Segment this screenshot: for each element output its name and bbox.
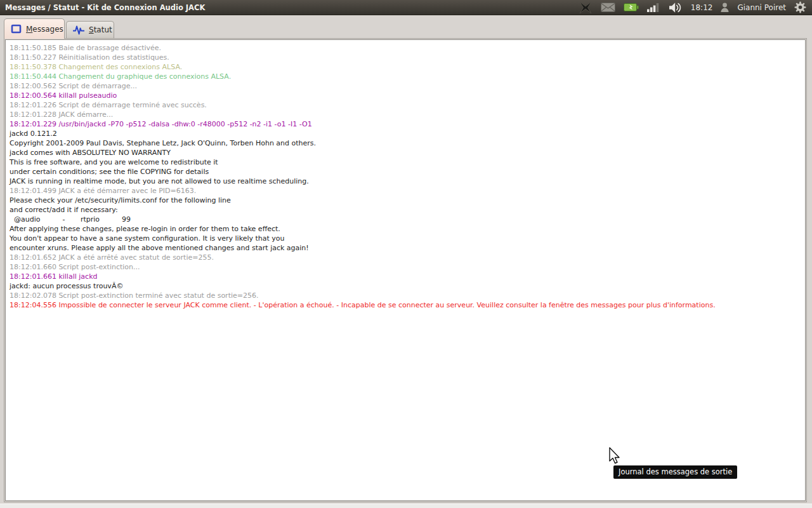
log-line: @audio - rtprio 99 xyxy=(10,215,801,224)
log-line: 18:11:50.185 Baie de brassage désactivée… xyxy=(10,43,801,53)
tab-statut[interactable]: Statut xyxy=(66,21,114,38)
tab-messages-label: Messages xyxy=(26,25,63,34)
log-line: You don't appear to have a sane system c… xyxy=(10,234,801,243)
log-line: 18:12:01.228 JACK démarre... xyxy=(10,110,801,119)
log-line: After applying these changes, please re-… xyxy=(10,224,801,234)
log-line: Please check your /etc/security/limits.c… xyxy=(10,196,801,205)
log-line: 18:12:01.226 Script de démarrage terminé… xyxy=(10,100,801,110)
signal-strength-icon[interactable] xyxy=(647,3,661,12)
tab-page-frame: 18:11:50.185 Baie de brassage désactivée… xyxy=(4,38,807,502)
log-line: jackd 0.121.2 xyxy=(10,129,801,138)
log-line: 18:12:00.562 Script de démarrage... xyxy=(10,81,801,91)
messages-icon xyxy=(11,24,22,34)
user-icon[interactable] xyxy=(721,3,729,12)
log-line: jackd: aucun processus trouvÃ© xyxy=(10,281,801,291)
tab-messages[interactable]: Messages xyxy=(4,18,65,39)
log-line: under certain conditions; see the file C… xyxy=(10,167,801,177)
mouse-cursor xyxy=(608,446,622,465)
log-line: This is free software, and you are welco… xyxy=(10,157,801,167)
clock[interactable]: 18:12 xyxy=(691,3,713,12)
top-panel: Messages / Statut - Kit de Connexion Aud… xyxy=(0,0,812,15)
messages-log[interactable]: 18:11:50.185 Baie de brassage désactivée… xyxy=(5,39,806,501)
log-line: JACK is running in realtime mode, but yo… xyxy=(10,177,801,186)
log-line: Copyright 2001-2009 Paul Davis, Stephane… xyxy=(10,138,801,148)
battery-icon[interactable] xyxy=(624,3,639,12)
log-line: 18:12:01.660 Script post-extinction... xyxy=(10,262,801,272)
status-waveform-icon xyxy=(73,25,84,35)
log-line: and correct/add it if necessary: xyxy=(10,205,801,215)
log-line: 18:12:02.078 Script post-extinction term… xyxy=(10,291,801,300)
bottom-window-edge xyxy=(0,504,812,508)
user-name[interactable]: Gianni Poiret xyxy=(737,3,786,12)
window-title: Messages / Statut - Kit de Connexion Aud… xyxy=(0,3,205,12)
log-line: 18:12:01.499 JACK a été démarrer avec le… xyxy=(10,186,801,196)
log-line: 18:11:50.227 Réinitialisation des statis… xyxy=(10,53,801,62)
volume-icon[interactable] xyxy=(669,3,683,13)
tooltip: Journal des messages de sortie xyxy=(613,465,737,479)
log-line: 18:12:01.652 JACK a été arrêté avec stat… xyxy=(10,253,801,262)
log-line: 18:12:00.564 killall pulseaudio xyxy=(10,91,801,100)
log-line: 18:11:50.378 Changement des connexions A… xyxy=(10,62,801,72)
log-line: 18:12:04.556 Impossible de connecter le … xyxy=(10,300,801,310)
log-line: encounter xruns. Please apply all the ab… xyxy=(10,243,801,253)
log-line: 18:11:50.444 Changement du graphique des… xyxy=(10,72,801,81)
settings-gear-icon[interactable] xyxy=(794,1,806,13)
system-tray: 18:12 Gianni Poiret xyxy=(579,1,812,14)
log-line: 18:12:01.661 killall jackd xyxy=(10,272,801,281)
log-line: 18:12:01.229 /usr/bin/jackd -P70 -p512 -… xyxy=(10,119,801,129)
tab-statut-label: Statut xyxy=(89,25,112,34)
mail-icon[interactable] xyxy=(601,3,615,12)
log-line: jackd comes with ABSOLUTELY NO WARRANTY xyxy=(10,148,801,157)
jack-tray-icon[interactable] xyxy=(579,1,593,14)
